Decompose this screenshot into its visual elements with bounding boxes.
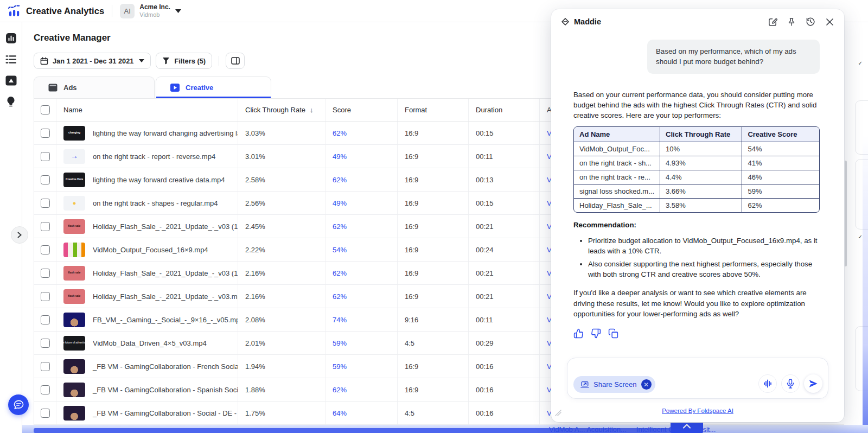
row-checkbox[interactable]	[41, 222, 50, 231]
mic-button[interactable]	[781, 374, 800, 393]
layout-toggle-button[interactable]	[226, 53, 245, 69]
ctr-value: 1.75%	[238, 402, 325, 424]
col-header-score[interactable]: Score	[325, 99, 397, 121]
score-link[interactable]: 62%	[333, 386, 347, 394]
date-range-button[interactable]: Jan 1 2021 - Dec 31 2021	[34, 53, 151, 69]
thumbs-down-icon[interactable]	[591, 328, 601, 339]
recommendation-item: Also consider supporting the next highes…	[588, 259, 820, 280]
row-checkbox[interactable]	[41, 245, 50, 254]
duration-value: 00:11	[468, 308, 539, 331]
date-range-label: Jan 1 2021 - Dec 31 2021	[53, 57, 133, 65]
duration-value: 00:21	[468, 285, 539, 308]
video-name: _FB VM - GamingCollaboration - Spanish S…	[93, 386, 238, 394]
score-link[interactable]: 62%	[333, 129, 347, 137]
tab-creative[interactable]: Creative	[156, 77, 271, 98]
chat-col-ctr: Click Through Rate	[660, 127, 742, 142]
share-screen-chip[interactable]: Share Screen ✕	[573, 376, 655, 393]
score-link[interactable]: 64%	[333, 409, 347, 417]
assistant-closing: If you'd like a deeper analysis or want …	[573, 288, 820, 319]
format-value: 16:9	[397, 145, 468, 168]
sidebar-item-list[interactable]	[4, 53, 17, 66]
horizontal-scrollbar[interactable]	[22, 425, 868, 433]
new-chat-icon[interactable]	[768, 17, 777, 27]
expand-sidebar-button[interactable]	[11, 226, 28, 244]
row-checkbox[interactable]	[41, 339, 50, 348]
row-checkbox[interactable]	[41, 409, 50, 418]
score-link[interactable]: 54%	[333, 246, 347, 254]
select-all-checkbox[interactable]	[41, 105, 50, 114]
row-checkbox[interactable]	[41, 129, 50, 138]
row-checkbox[interactable]	[41, 362, 50, 371]
share-screen-icon	[580, 381, 589, 388]
brand: Creative Analytics	[7, 4, 104, 18]
video-thumbnail	[63, 359, 85, 374]
bottom-link[interactable]: VidMob A... Acquisition...	[549, 425, 627, 432]
page-title: Creative Manager	[34, 33, 111, 43]
maddie-icon	[561, 18, 569, 26]
row-checkbox[interactable]	[41, 385, 50, 394]
score-link[interactable]: 59%	[333, 362, 347, 371]
org-subtitle: Vidmob	[139, 11, 170, 18]
score-link[interactable]: 62%	[333, 222, 347, 231]
row-checkbox[interactable]	[41, 199, 50, 208]
logo-icon	[7, 4, 21, 18]
chat-table-row: Holiday_Flash_Sale_... 3.58% 62%	[574, 198, 819, 212]
topbar-divider	[112, 5, 112, 17]
history-icon[interactable]	[806, 17, 815, 27]
score-link[interactable]: 62%	[333, 292, 347, 301]
row-checkbox[interactable]	[41, 315, 50, 324]
chat-input[interactable]: Share Screen ✕	[567, 358, 828, 399]
org-switcher[interactable]: Acme Inc. Vidmob	[139, 4, 170, 17]
score-link[interactable]: 62%	[333, 176, 347, 184]
pin-icon[interactable]	[788, 17, 795, 27]
score-link[interactable]: 62%	[333, 269, 347, 277]
media-icon	[5, 75, 17, 86]
col-header-duration[interactable]: Duration	[468, 99, 539, 121]
chat-ad-name: Holiday_Flash_Sale_...	[574, 198, 660, 212]
chevron-down-icon[interactable]	[175, 9, 181, 13]
chat-title: Maddie	[574, 17, 601, 26]
duration-value: 00:16	[468, 402, 539, 424]
row-checkbox[interactable]	[41, 175, 50, 184]
col-header-name[interactable]: Name	[56, 99, 238, 121]
sidebar-item-insights[interactable]	[4, 95, 17, 108]
sidebar-item-media[interactable]	[4, 74, 17, 87]
score-link[interactable]: 49%	[333, 199, 347, 207]
chat-ad-name: VidMob_Output_Foc...	[574, 142, 660, 156]
resize-handle[interactable]	[555, 409, 561, 418]
score-link[interactable]: 59%	[333, 339, 347, 347]
chat-fab-button[interactable]	[8, 394, 29, 415]
right-edge-content: ✓ ✓	[844, 22, 868, 425]
video-name: on the right track - shapes - regular.mp…	[93, 199, 218, 207]
sidebar-item-analytics[interactable]	[4, 31, 17, 44]
row-checkbox[interactable]	[41, 292, 50, 301]
thumbs-up-icon[interactable]	[573, 328, 584, 339]
analytics-icon	[5, 33, 17, 44]
ctr-value: 2.08%	[238, 308, 325, 331]
duration-value: 00:15	[468, 192, 539, 214]
score-link[interactable]: 74%	[333, 316, 347, 324]
send-button[interactable]	[804, 374, 822, 393]
stop-share-icon[interactable]: ✕	[641, 379, 652, 390]
col-header-ctr[interactable]: Click Through Rate↓	[238, 99, 325, 121]
copy-icon[interactable]	[608, 328, 618, 339]
video-thumbnail: flash sale	[63, 219, 85, 234]
assistant-message: Based on your current performance data, …	[573, 90, 820, 120]
tab-ads[interactable]: Ads	[34, 77, 155, 98]
share-screen-label: Share Screen	[593, 380, 637, 389]
score-link[interactable]: 49%	[333, 152, 347, 161]
format-value: 16:9	[397, 192, 468, 214]
close-icon[interactable]	[826, 18, 834, 26]
row-checkbox[interactable]	[41, 152, 50, 161]
vertical-scrollbar[interactable]	[844, 161, 847, 266]
video-thumbnail: ●	[63, 196, 85, 211]
col-header-format[interactable]: Format	[397, 99, 468, 121]
filters-button[interactable]: Filters (5)	[156, 53, 212, 69]
duration-value: 00:24	[468, 238, 539, 261]
sort-desc-icon[interactable]: ↓	[310, 106, 314, 114]
row-checkbox[interactable]	[41, 269, 50, 278]
format-value: 16:9	[397, 355, 468, 378]
waveform-button[interactable]	[758, 374, 777, 393]
chat-ad-name: on the right track - sh...	[574, 156, 660, 170]
powered-by-link[interactable]: Powered By Foldspace AI	[551, 407, 844, 414]
